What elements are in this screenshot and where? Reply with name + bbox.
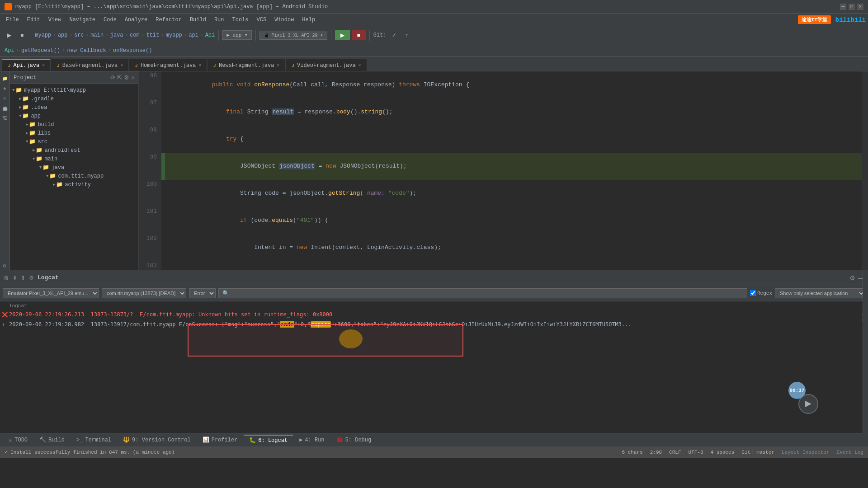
settings-icon[interactable]: ⚙ (0, 261, 9, 270)
favorites-btn[interactable]: ★ (0, 84, 9, 93)
menu-help[interactable]: Help (298, 15, 319, 24)
menu-refactor[interactable]: Refactor (152, 15, 185, 24)
android-btn[interactable]: 🤖 (0, 103, 9, 113)
settings-gear-btn[interactable]: ⚙ (124, 74, 129, 81)
toolbar-stop-button[interactable]: ■ (17, 30, 27, 40)
toolbar-run-button[interactable]: ▶ (4, 30, 15, 40)
tab-run[interactable]: ▶ 4: Run (294, 435, 330, 445)
sidebar-item-build[interactable]: ▶ 📁 build (10, 120, 138, 129)
menu-view[interactable]: View (45, 15, 65, 24)
logcat-clear-btn[interactable]: 🗑 (4, 275, 9, 281)
code-line-102: 102 Intent in = new Intent(context, Logi… (139, 234, 862, 261)
close-button[interactable]: × (857, 4, 863, 10)
menu-window[interactable]: Window (271, 15, 297, 24)
code-line-103: 103 context.startActivity(in); (139, 261, 862, 270)
collapse-all-btn[interactable]: ⇱ (117, 74, 122, 81)
stop-button[interactable]: ■ (352, 30, 366, 40)
tab-debug[interactable]: 🐞 5: Debug (331, 435, 377, 445)
code-line-96: 96 public void onResponse(Call call, Res… (139, 71, 862, 99)
bottom-tab-bar: ☑ TODO 🔨 Build >_ Terminal 🔱 9: Version … (0, 433, 868, 446)
breadcrumb-onresponse[interactable]: onResponse() (113, 47, 152, 54)
sidebar-item-main[interactable]: ▼ 📁 main (10, 155, 138, 163)
tab-basefragment[interactable]: J BaseFragment.java × (51, 59, 128, 71)
close-panel-btn[interactable]: × (131, 74, 135, 81)
logcat-settings-gear[interactable]: ⚙ (849, 274, 855, 282)
window-controls[interactable]: ─ □ × (840, 4, 863, 10)
package-dropdown[interactable]: com.ttit.myapp (13873) [DEAD] (102, 288, 186, 298)
git-push-btn[interactable]: ↑ (402, 30, 412, 40)
menu-edit[interactable]: Edit (24, 15, 44, 24)
menu-file[interactable]: File (2, 15, 23, 24)
git-action-btn[interactable]: ✓ (388, 30, 400, 40)
sidebar-item-app[interactable]: ▼ 📁 app (10, 112, 138, 120)
tab-todo[interactable]: ☑ TODO (4, 435, 33, 445)
tab-api-java[interactable]: J Api.java × (2, 59, 50, 71)
code-editor[interactable]: 96 public void onResponse(Call call, Res… (139, 71, 862, 270)
sidebar-item-libs[interactable]: ▶ 📁 libs (10, 129, 138, 137)
layout-inspector-link[interactable]: Layout Inspector (782, 450, 830, 455)
sidebar-item-root[interactable]: ▼ 📁 myapp E:\ttit\myapp (10, 86, 138, 94)
pixel-device-selector[interactable]: 📱 Pixel 3 XL API 29 ▾ (259, 31, 327, 40)
code-content[interactable]: 96 public void onResponse(Call call, Res… (139, 71, 862, 270)
logcat-settings-btn[interactable]: ⚙ (29, 275, 34, 281)
tab-profiler[interactable]: 📊 Profiler (197, 435, 243, 445)
sidebar-item-androidtest[interactable]: ▶ 📁 androidTest (10, 146, 138, 155)
toolbar-sep-3 (255, 30, 256, 41)
logcat-panel: 🗑 ⬇ ⬆ ⚙ Logcat ⚙ — Emulator Pixel_3_XL_A… (0, 270, 868, 433)
code-line-99: 99 JSONObject jsonObject = new JSONObjec… (139, 153, 862, 180)
menu-navigate[interactable]: Navigate (66, 15, 99, 24)
sidebar-item-gradle[interactable]: ▶ 📁 .gradle (10, 94, 138, 103)
menu-build[interactable]: Build (186, 15, 210, 24)
breadcrumb-api[interactable]: Api (5, 47, 14, 54)
device-dropdown[interactable]: Emulator Pixel_3_XL_API_29 emu... (3, 288, 99, 298)
app-title: myapp [E:\ttit\myapp] – ...\app\src\main… (15, 4, 328, 10)
breadcrumb-new-callback[interactable]: new Callback (67, 47, 106, 54)
tab-logcat[interactable]: 🐛 6: Logcat (244, 435, 293, 445)
close-tab-api[interactable]: × (42, 63, 45, 68)
tab-homefragment[interactable]: J HomeFragment.java × (129, 59, 207, 71)
sync-btn[interactable]: ⟳ (110, 74, 115, 81)
logcat-scroll-btn[interactable]: ⬇ (13, 275, 17, 281)
project-toggle-btn[interactable]: 📁 (0, 74, 9, 83)
tab-newsfragment[interactable]: J NewsFragment.java × (208, 59, 285, 71)
log-text-2: 2020-09-06 22:19:28.982 13873-13917/com.… (9, 321, 632, 328)
close-tab-home[interactable]: × (198, 63, 201, 68)
toolbar-file: Api (205, 32, 215, 38)
sidebar-item-java[interactable]: ▼ 📁 java (10, 163, 138, 172)
tab-build[interactable]: 🔨 Build (34, 435, 70, 445)
close-tab-news[interactable]: × (277, 63, 279, 68)
close-tab-base[interactable]: × (120, 63, 123, 68)
breadcrumb-getrequest[interactable]: getRequest() (21, 47, 60, 54)
tab-version-control[interactable]: 🔱 9: Version Control (118, 435, 196, 445)
menu-analyze[interactable]: Analyze (121, 15, 151, 24)
structure-btn[interactable]: ≡ (0, 94, 9, 103)
title-left: myapp [E:\ttit\myapp] – ...\app\src\main… (5, 3, 328, 10)
menu-run[interactable]: Run (211, 15, 228, 24)
tab-terminal[interactable]: >_ Terminal (71, 436, 117, 445)
minimize-button[interactable]: ─ (840, 4, 846, 10)
show-only-dropdown[interactable]: Show only selected application (775, 288, 865, 298)
code-line-101: 101 if (code.equals("401")) { (139, 207, 862, 234)
device-selector[interactable]: ▶ app ▾ (222, 30, 251, 40)
menu-vcs[interactable]: VCS (253, 15, 270, 24)
sidebar-item-com-ttit[interactable]: ▼ 📁 com.ttit.myapp (10, 172, 138, 180)
event-log-link[interactable]: Event Log (837, 450, 863, 455)
build-variants-btn[interactable]: 🏗 (0, 113, 9, 122)
level-dropdown[interactable]: Error (189, 288, 216, 298)
logcat-content[interactable]: logcat ❌ 2020-09-06 22:19:26.213 13873-1… (0, 301, 868, 433)
line-ending: CRLF (669, 450, 681, 455)
indent-setting: 4 spaces (711, 450, 735, 455)
maximize-button[interactable]: □ (849, 4, 855, 10)
run-button[interactable]: ▶ (335, 30, 350, 40)
menu-code[interactable]: Code (100, 15, 120, 24)
logcat-header: 🗑 ⬇ ⬆ ⚙ Logcat ⚙ — (0, 271, 868, 285)
sidebar-item-activity[interactable]: ▶ 📁 activity (10, 180, 138, 189)
logcat-up-btn[interactable]: ⬆ (21, 275, 25, 281)
menu-tools[interactable]: Tools (229, 15, 252, 24)
regex-checkbox[interactable] (750, 290, 756, 296)
sidebar-item-idea[interactable]: ▶ 📁 .idea (10, 103, 138, 112)
close-tab-video[interactable]: × (359, 63, 361, 68)
tab-videofragment[interactable]: J VideoFragment.java × (286, 59, 366, 71)
logcat-search-input[interactable] (218, 288, 747, 298)
sidebar-item-src[interactable]: ▼ 📁 src (10, 137, 138, 146)
